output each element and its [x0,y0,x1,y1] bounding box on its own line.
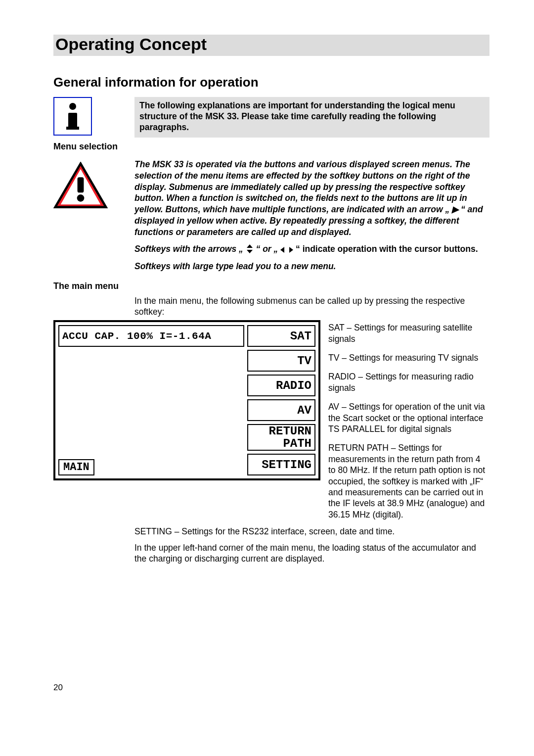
desc-tv: TV – Settings for measuring TV signals [328,352,490,363]
section-heading: General information for operation [53,75,490,90]
up-down-arrow-icon [246,244,254,253]
svg-point-3 [77,194,85,202]
screen-label-main: MAIN [58,459,94,475]
svg-marker-7 [289,247,293,253]
svg-rect-2 [78,177,84,192]
softkey-setting[interactable]: SETTING [247,454,315,475]
softkey-return-line1: RETURN [269,425,312,437]
desc-sat: SAT – Settings for measuring satellite s… [328,322,490,344]
svg-marker-4 [247,244,253,248]
desc-av: AV – Settings for operation of the unit … [328,401,490,434]
svg-marker-6 [280,247,284,253]
warning-paragraph: The MSK 33 is operated via the buttons a… [134,159,490,237]
main-menu-intro: In the main menu, the following submenus… [134,295,490,318]
important-note: The following explanations are important… [134,97,490,138]
upper-left-note: In the upper left-hand corner of the mai… [134,542,490,565]
desc-setting: SETTING – Settings for the RS232 interfa… [134,526,490,537]
left-right-arrow-icon [280,246,293,253]
cursor-post: “ indicate operation with the cursor but… [296,244,478,254]
desc-return-path: RETURN PATH – Settings for measurements … [328,442,490,520]
accu-status: ACCU CAP. 100% I=-1.64A [58,325,244,347]
device-screen: ACCU CAP. 100% I=-1.64A SAT TV RADIO AV … [53,320,320,480]
softkey-radio[interactable]: RADIO [247,375,315,396]
softkey-large-note: Softkeys with large type lead you to a n… [134,261,490,272]
softkey-tv[interactable]: TV [247,350,315,372]
info-icon [53,97,134,136]
page-number: 20 [53,683,490,693]
softkey-cursor-note: Softkeys with the arrows „ “ or „ “ indi… [134,243,490,254]
cursor-mid: “ or „ [256,244,278,254]
svg-marker-5 [247,250,253,253]
softkey-return-path[interactable]: RETURN PATH [247,424,315,451]
softkey-sat[interactable]: SAT [247,325,315,347]
page-title: Operating Concept [53,35,490,56]
softkey-av[interactable]: AV [247,399,315,421]
cursor-pre: Softkeys with the arrows „ [134,244,243,254]
desc-radio: RADIO – Settings for measuring radio sig… [328,371,490,393]
subhead-main-menu: The main menu [53,281,490,291]
softkey-return-line2: PATH [283,437,312,450]
warning-icon [53,159,134,212]
subhead-menu-selection: Menu selection [53,142,490,152]
